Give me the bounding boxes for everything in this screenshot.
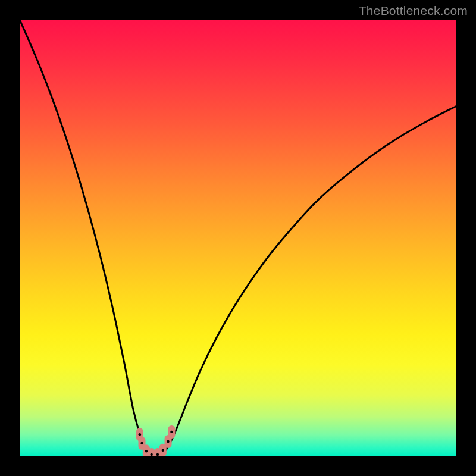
curve-marker — [168, 425, 175, 439]
svg-point-13 — [167, 440, 169, 443]
svg-point-3 — [140, 442, 143, 444]
svg-point-1 — [139, 433, 141, 436]
svg-point-9 — [156, 453, 159, 456]
watermark-text: TheBottleneck.com — [359, 4, 468, 18]
bottleneck-curve-svg — [20, 20, 456, 456]
bottleneck-curve-path — [20, 20, 456, 456]
svg-point-15 — [170, 431, 173, 433]
chart-frame: TheBottleneck.com — [0, 0, 476, 476]
svg-point-7 — [150, 453, 152, 456]
curve-marker — [148, 448, 155, 456]
svg-point-11 — [162, 449, 164, 452]
plot-area — [20, 20, 456, 456]
svg-point-5 — [145, 450, 148, 452]
